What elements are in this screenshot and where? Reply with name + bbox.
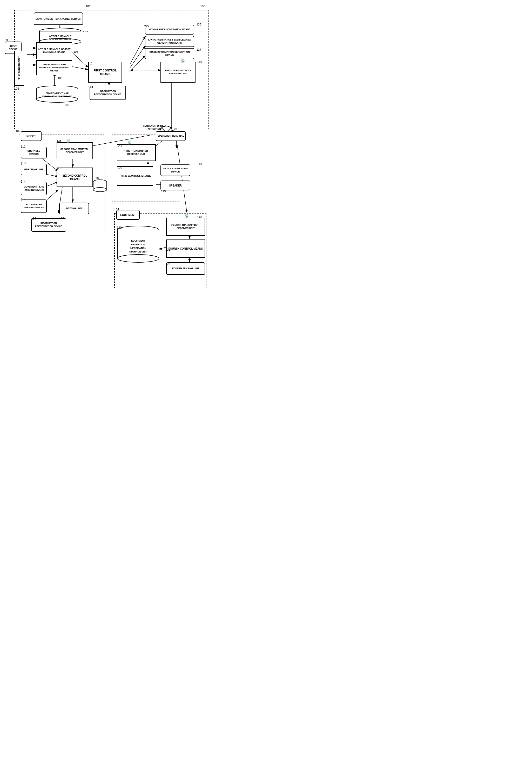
equipment-op-info-storage: EQUIPMENT OPERATION INFORMATION STORAGE … [117, 226, 160, 265]
ref-107: 107 [83, 31, 88, 34]
info-presentation-device-1-label: INFORMATION PRESENTATION DEVICE [91, 90, 124, 96]
first-control-means-label: FIRST CONTROL MEANS [90, 69, 121, 76]
first-sensing-unit-box: FIRST SENSING UNIT [14, 51, 24, 86]
ref-121: 121 [165, 248, 170, 251]
ref-112: 112 [21, 145, 25, 148]
operation-terminal-label: OPERATION TERMINAL [157, 134, 184, 138]
fourth-control-means-label: FOURTH CONTROL MEANS [169, 247, 203, 250]
ref-140: 140 [197, 216, 202, 219]
environment-managing-server-label: ENVIRONMENT MANAGING SERVER [36, 17, 81, 20]
robot-box: ROBOT [21, 131, 42, 141]
article-operation-device-box: ARTICLE OPERATION DEVICE [160, 165, 190, 176]
ref-126: 126 [197, 23, 201, 26]
info-presentation-device-2-box: INFORMATION PRESENTATION DEVICE [31, 218, 66, 232]
first-transmitter-receiver-box: FIRST TRANSMITTER -RECEIVER UNIT [160, 62, 196, 82]
equipment-label: EQUIPMENT [120, 213, 136, 217]
ref-118: 118 [197, 162, 202, 166]
svg-point-62 [117, 254, 159, 262]
ref-106: 106 [73, 50, 78, 53]
environment-map-info-managing-means-label: ENVIRONMENT MAP INFORMATION MANAGING MEA… [38, 63, 71, 72]
ref-108: 108 [58, 77, 62, 80]
first-antenna: 📡 [181, 58, 185, 63]
svg-text:EQUIPMENT: EQUIPMENT [131, 239, 145, 242]
third-transmitter-receiver-label: THIRD TRANSMITTER -RECEIVER UNIT [118, 149, 154, 156]
speaker-box: SPEAKER [160, 181, 190, 190]
environment-map-info-database: ENVIRONMENT MAP INFORMATION DATABASE [36, 86, 79, 103]
moving-area-generation-means-label: MOVING AREA GENERATION MEANS [149, 28, 191, 31]
second-transmitter-receiver-label: SECOND TRANSMITTER -RECEIVER UNIT [58, 148, 91, 154]
action-plan-forming-means-box: ACTION PLAN FORMING MEANS [21, 199, 47, 213]
ref-109: 109 [64, 103, 69, 107]
operation-terminal-box: OPERATION TERMINAL [156, 131, 186, 141]
obstacle-sensor-label: OBSTACLE SENSOR [22, 149, 45, 156]
ref-142: 142 [117, 144, 122, 147]
second-transmitter-receiver-box: SECOND TRANSMITTER -RECEIVER UNIT [57, 142, 93, 159]
second-antenna: 📡 [66, 139, 71, 143]
ref-99: 99 [5, 39, 8, 42]
robot-label: ROBOT [26, 134, 36, 138]
article-movable-object-managing-means-box: ARTICLE MOVABLE OBJECT MANAGING MEANS [37, 42, 72, 59]
ref-120: 120 [117, 166, 122, 169]
ref-127: 127 [197, 48, 201, 51]
ref-141: 141 [57, 140, 61, 143]
ref-117: 117 [21, 197, 25, 200]
ref-100: 100 [200, 5, 205, 8]
ref-116: 116 [57, 168, 61, 171]
diagram: 100 101 ENVIRONMENT MANAGING SERVER ARTI… [0, 0, 213, 312]
equipment-box: EQUIPMENT [116, 210, 140, 220]
ref-90: 90 [95, 177, 99, 180]
ref-102-label: 102 [16, 129, 20, 132]
living-assistance-feasible-area-label: LIVING ASSISTANCE FEASIBLE AREA GENERATI… [146, 39, 193, 45]
environment-map-info-managing-means-box: ENVIRONMENT MAP INFORMATION MANAGING MEA… [37, 60, 72, 75]
ref-114: 114 [21, 180, 25, 183]
network-label: RADIO OR WIRED NETWORK [138, 124, 172, 131]
fourth-transmitter-receiver-label: FOURTH TRANSMITTER -RECEIVER UNIT [168, 224, 204, 230]
ref-123: 123 [165, 262, 170, 265]
third-transmitter-receiver-box: THIRD TRANSMITTER -RECEIVER UNIT [117, 144, 156, 161]
fourth-control-means-box: FOURTH CONTROL MEANS [166, 239, 205, 258]
grabbing-unit-box: GRABBING UNIT [21, 164, 47, 175]
svg-point-57 [93, 187, 107, 192]
first-sensing-unit-label: FIRST SENSING UNIT [18, 56, 21, 80]
input-device-label: INPUT DEVICE [6, 45, 20, 51]
db-90 [93, 179, 107, 193]
second-control-means-label: SECOND CONTROL MEANS [58, 174, 91, 181]
svg-text:ARTICLE MOVABLE: ARTICLE MOVABLE [49, 35, 71, 38]
article-operation-device-label: ARTICLE OPERATION DEVICE [162, 167, 189, 173]
driving-unit-box: DRIVING UNIT [59, 202, 89, 214]
obstacle-sensor-box: OBSTACLE SENSOR [21, 147, 47, 159]
speaker-label: SPEAKER [169, 184, 182, 187]
third-antenna: 📡 [127, 140, 132, 144]
svg-text:OBJECT DATABASE: OBJECT DATABASE [49, 38, 72, 41]
first-control-means-box: FIRST CONTROL MEANS [88, 62, 122, 82]
ref-119: 119 [161, 190, 165, 193]
article-movable-object-managing-means-label: ARTICLE MOVABLE OBJECT MANAGING MEANS [38, 48, 71, 54]
fourth-antenna: 📡 [184, 214, 189, 218]
ref-105: 105 [14, 87, 19, 90]
ref-125: 125 [144, 25, 149, 28]
guide-info-generation-means-box: GUIDE INFORMATION GENERATION MEANS [145, 48, 194, 59]
guide-info-generation-means-label: GUIDE INFORMATION GENERATION MEANS [146, 51, 193, 57]
svg-text:INFORMATION: INFORMATION [130, 247, 146, 249]
svg-text:ENVIRONMENT MAP: ENVIRONMENT MAP [46, 92, 69, 95]
ref-101: 101 [86, 5, 90, 8]
first-transmitter-receiver-label: FIRST TRANSMITTER -RECEIVER UNIT [162, 69, 194, 75]
ref-124b: 124 [31, 217, 36, 220]
fourth-sensing-unit-label: FOURTH SENSING UNIT [172, 267, 199, 270]
action-plan-forming-means-label: ACTION PLAN FORMING MEANS [22, 203, 45, 209]
second-control-means-box: SECOND CONTROL MEANS [57, 168, 93, 187]
ref-113: 113 [21, 162, 25, 165]
moving-area-generation-means-box: MOVING AREA GENERATION MEANS [145, 25, 194, 35]
svg-text:STORAGE UNIT: STORAGE UNIT [129, 250, 147, 253]
third-control-means-label: THIRD CONTROL MEANS [119, 174, 151, 178]
info-presentation-device-1-box: INFORMATION PRESENTATION DEVICE [89, 86, 126, 100]
ref-124a: 124 [88, 86, 93, 89]
grabbing-unit-label: GRABBING UNIT [24, 168, 43, 171]
svg-text:OPERATION: OPERATION [131, 243, 145, 246]
living-assistance-feasible-area-box: LIVING ASSISTANCE FEASIBLE AREA GENERATI… [145, 36, 194, 47]
driving-unit-label: DRIVING UNIT [66, 207, 82, 210]
info-presentation-device-2-label: INFORMATION PRESENTATION DEVICE [33, 222, 65, 228]
svg-text:INFORMATION DATABASE: INFORMATION DATABASE [42, 95, 72, 98]
ref-110: 110 [197, 60, 202, 63]
fourth-transmitter-receiver-box: FOURTH TRANSMITTER -RECEIVER UNIT [166, 218, 205, 236]
